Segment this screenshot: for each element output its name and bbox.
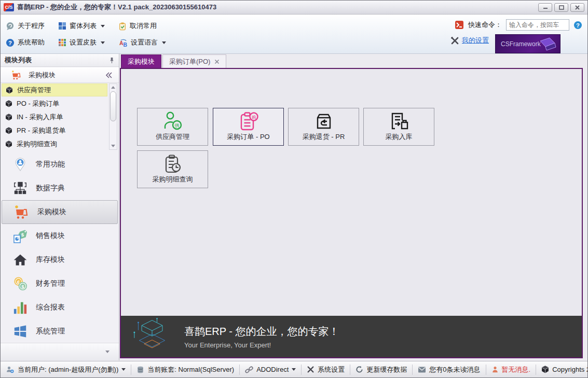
org-chart-icon — [12, 180, 29, 196]
list-item-supplier-mgmt[interactable]: 供应商管理 — [2, 83, 107, 96]
about-label: 关于程序 — [18, 21, 45, 31]
quick-command-help-icon[interactable]: ? — [573, 21, 582, 30]
cube-icon — [5, 114, 12, 121]
divider — [131, 365, 131, 375]
tile-purchase-detail-query[interactable]: 采购明细查询 — [137, 150, 208, 188]
sidebar-item-sales-module[interactable]: $ 销售模块 — [1, 224, 119, 248]
window-list-button[interactable]: 窗体列表 — [58, 21, 105, 31]
sidebar-item-finance-module[interactable]: € $ 财务管理 — [1, 272, 119, 296]
quick-command-icon — [455, 20, 464, 30]
mail-icon — [418, 366, 426, 373]
inbound-doc-icon — [364, 111, 434, 133]
return-box-icon — [289, 111, 359, 133]
tab-strip: 采购模块 采购订单(PO) — [120, 54, 583, 68]
banner-subtitle: Your Enterprise, Your Expert! — [184, 341, 339, 349]
tile-purchase-order-po[interactable]: 购 采购订单 - PO — [213, 108, 284, 146]
toolbar: 关于程序 窗体列表 取消常用 ? — [1, 15, 587, 54]
system-settings-button[interactable]: 系统设置 — [305, 365, 347, 374]
sidebar-group-label: 采购模块 — [29, 71, 56, 80]
list-item-po-order[interactable]: PO - 采购订单 — [2, 97, 107, 110]
main-area: 采购模块 采购订单(PO) 供 供应商管理 — [119, 54, 587, 360]
close-tab-icon[interactable] — [214, 59, 220, 64]
tile-label: 采购退货 - PR — [303, 132, 345, 142]
cart-icon — [11, 70, 22, 80]
tile-purchase-return-pr[interactable]: 采购退货 - PR — [288, 108, 359, 146]
sidebar-item-label: 常用功能 — [36, 160, 65, 169]
chevron-down-icon — [105, 351, 110, 353]
sidebar-item-reports-module[interactable]: 综合报表 — [1, 296, 119, 319]
chevron-down-icon — [162, 41, 166, 44]
divider — [301, 365, 302, 375]
tab-purchase-module[interactable]: 采购模块 — [121, 54, 161, 68]
tile-purchase-inbound[interactable]: 采购入库 — [363, 108, 434, 146]
minimize-icon — [543, 5, 548, 9]
maximize-button[interactable] — [554, 3, 568, 12]
close-button[interactable] — [570, 3, 584, 12]
set-skin-label: 设置皮肤 — [70, 38, 97, 47]
list-item-in-receipt[interactable]: IN - 采购入库单 — [2, 110, 107, 123]
ado-direct-button[interactable]: ADODirect — [243, 366, 298, 374]
sidebar-item-purchase-module[interactable]: 采购模块 — [2, 200, 118, 224]
maximize-icon — [559, 5, 564, 10]
scroll-up-icon[interactable] — [110, 84, 117, 91]
close-icon — [575, 5, 580, 10]
set-skin-button[interactable]: 设置皮肤 — [58, 38, 105, 47]
skin-grid-icon — [58, 38, 66, 47]
list-item-label: 供应商管理 — [17, 86, 51, 95]
about-button[interactable]: 关于程序 — [6, 21, 45, 31]
sidebar-item-inventory-module[interactable]: 库存模块 — [1, 248, 119, 272]
bar-chart-icon — [12, 300, 29, 315]
unread-messages-button[interactable]: 您有0条未读消息 — [416, 365, 482, 374]
refresh-cache-button[interactable]: 更新缓存数据 — [353, 365, 409, 374]
scroll-down-icon[interactable] — [110, 143, 117, 149]
sidebar-overflow-area[interactable] — [1, 343, 119, 360]
list-item-detail-query[interactable]: 采购明细查询 — [2, 137, 107, 150]
minimize-button[interactable] — [538, 3, 552, 12]
pin-icon[interactable] — [109, 57, 115, 64]
sidebar-group-header[interactable]: 采购模块 — [1, 67, 119, 83]
language-ab-icon: A B — [118, 38, 128, 47]
tile-supplier-mgmt[interactable]: 供 供应商管理 — [137, 108, 208, 146]
link-icon — [245, 366, 253, 374]
system-help-button[interactable]: ? 系统帮助 — [6, 38, 45, 47]
system-settings-label: 系统设置 — [318, 365, 345, 374]
sidebar-item-system-module[interactable]: 系统管理 — [1, 319, 119, 343]
sidebar-item-label: 综合报表 — [36, 303, 65, 312]
chevron-down-icon — [101, 41, 105, 44]
chevron-down-icon — [101, 25, 105, 27]
cube-graphic-icon — [127, 317, 177, 356]
scrollbar-thumb[interactable] — [110, 91, 116, 121]
quick-command-input[interactable] — [506, 19, 569, 31]
current-user-button[interactable]: 当前用户: (admin-超级用户(勿删)) — [4, 365, 128, 374]
sidebar-item-common-functions[interactable]: 常用功能 — [1, 152, 119, 176]
cancel-favorite-button[interactable]: 取消常用 — [118, 21, 157, 31]
list-item-pr-return[interactable]: PR - 采购退货单 — [2, 124, 107, 137]
sale-tag-icon: $ — [12, 228, 29, 244]
tab-label: 采购订单(PO) — [169, 57, 210, 66]
tab-label: 采购模块 — [128, 57, 155, 66]
person-pin-icon — [12, 157, 29, 172]
collapse-chevrons-icon[interactable] — [105, 72, 113, 78]
divider — [536, 365, 536, 375]
refresh-icon — [355, 366, 363, 373]
cube-icon — [5, 127, 12, 134]
list-item-label: PO - 采购订单 — [17, 99, 59, 108]
svg-text:$: $ — [21, 231, 24, 237]
copyrights-label: Copyrights 2006-202 — [552, 366, 587, 373]
csframework-banner[interactable]: CSFramework — [495, 34, 560, 53]
list-item-label: IN - 采购入库单 — [17, 113, 63, 122]
no-message-status[interactable]: 暂无消息. — [489, 365, 533, 374]
sidebar-item-data-dictionary[interactable]: 数据字典 — [1, 176, 119, 200]
list-scrollbar[interactable] — [109, 83, 117, 150]
laptop-icon — [534, 37, 558, 52]
my-settings-label: 我的设置 — [462, 36, 489, 45]
set-language-button[interactable]: A B 设置语言 — [118, 38, 166, 47]
clipboard-check-icon — [118, 22, 127, 31]
po-clipboard-icon: 购 — [213, 111, 283, 133]
cube-icon — [5, 100, 12, 107]
tab-purchase-order[interactable]: 采购订单(PO) — [162, 54, 226, 68]
current-account-set[interactable]: 当前账套: Normal(SqlServer) — [134, 365, 236, 374]
cube-icon — [5, 141, 12, 148]
my-settings-link[interactable]: 我的设置 — [450, 36, 489, 45]
tile-label: 采购入库 — [386, 132, 413, 142]
